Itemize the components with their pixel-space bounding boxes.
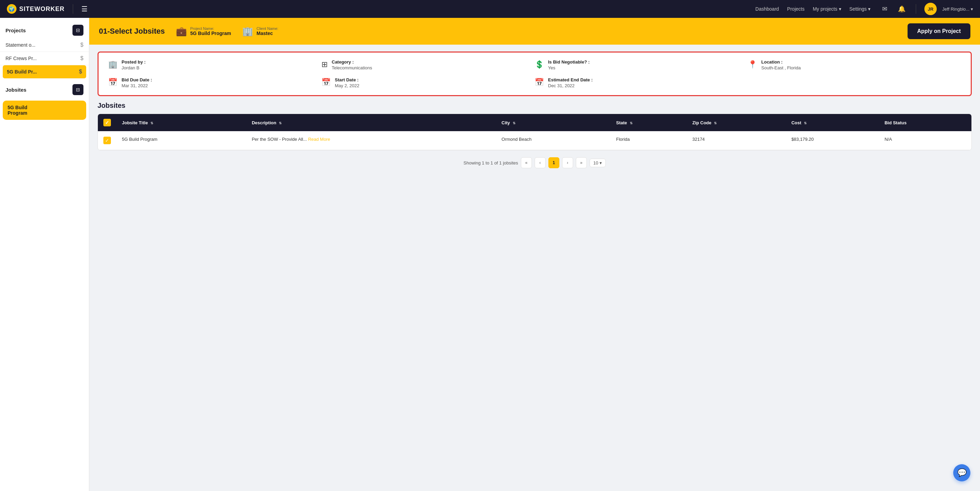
client-name-value: Mastec [256,30,278,36]
bid-negotiable-label: Is Bid Negotiable? : [548,59,590,65]
projects-section-title: Projects [5,27,26,33]
category-value: Telecommunications [332,65,372,70]
main-layout: Projects ⊟ Statement o... $ RF Crews Pr.… [0,18,980,491]
pagination-next-button[interactable]: › [562,157,573,168]
site-logo[interactable]: 🌍 SITEWORKER [7,4,65,14]
chevron-down-icon: ▾ [971,6,973,12]
username-label[interactable]: Jeff Ringblo... ▾ [942,6,973,12]
jobsites-table: ✓ Jobsite Title ⇅ Description ⇅ [98,114,971,150]
project-name-info: Project Name: 5G Build Program [190,27,231,36]
filter-icon: ⊟ [76,27,80,33]
main-content: 01-Select Jobsites 💼 Project Name: 5G Bu… [89,18,980,491]
pagination-prev-button[interactable]: ‹ [535,157,546,168]
nav-divider-2 [916,4,916,14]
logo-text: SITEWORKER [19,5,65,13]
jobsites-filter-button[interactable]: ⊟ [72,84,83,95]
pagination-page-1-button[interactable]: 1 [548,157,559,168]
location-pin-icon: 📍 [748,60,757,69]
start-date-label: Start Date : [335,77,360,83]
dollar-circle-icon: 💲 [535,60,544,69]
col-jobsite-title: Jobsite Title ⇅ [116,114,246,131]
sidebar-item-rf-crews[interactable]: RF Crews Pr... $ [0,52,89,65]
mail-button[interactable]: ✉ [879,3,890,15]
pagination-last-button[interactable]: » [576,157,587,168]
nav-settings[interactable]: Settings ▾ [847,5,873,13]
client-name-label: Client Name: [256,27,278,30]
jobsites-section-title: Jobsites [97,102,972,110]
info-end-date: 📅 Estimated End Date : Dec 31, 2022 [535,77,748,88]
nav-dashboard[interactable]: Dashboard [752,5,782,13]
building-icon: 🏢 [242,26,253,37]
apply-on-project-button[interactable]: Apply on Project [908,23,970,39]
calendar-icon: 📅 [535,78,544,87]
hamburger-icon[interactable]: ☰ [81,5,88,13]
spacer [0,79,89,83]
briefcase-icon: 💼 [176,26,187,37]
col-zip: Zip Code ⇅ [687,114,786,131]
col-state: State ⇅ [611,114,687,131]
avatar[interactable]: JR [924,3,937,15]
info-posted-by: 🏢 Posted by : Jordan B [108,59,321,70]
client-name-info: Client Name: Mastec [256,27,278,36]
nav-projects[interactable]: Projects [784,5,807,13]
pagination-first-button[interactable]: « [521,157,532,168]
jobsites-section-header: Jobsites ⊟ [0,83,89,98]
cell-zip: 32174 [687,131,786,150]
projects-filter-button[interactable]: ⊟ [72,25,83,36]
info-bid-due-date: 📅 Bid Due Date : Mar 31, 2022 [108,77,321,88]
project-name-group: 💼 Project Name: 5G Build Program [176,26,231,37]
bid-due-date-value: Mar 31, 2022 [122,83,152,88]
per-page-selector[interactable]: 10 ▾ [590,159,606,167]
jobsites-section-title: Jobsites [5,87,26,93]
page-header: 01-Select Jobsites 💼 Project Name: 5G Bu… [89,18,980,44]
sidebar-item-5g-build[interactable]: 5G Build Pr... $ [3,65,86,79]
per-page-value: 10 [593,160,598,165]
col-bid-status: Bid Status [879,114,971,131]
sort-icon[interactable]: ⇅ [279,121,282,125]
sidebar: Projects ⊟ Statement o... $ RF Crews Pr.… [0,18,89,491]
sort-icon[interactable]: ⇅ [714,121,717,125]
col-cost: Cost ⇅ [786,114,879,131]
cell-description: Per the SOW - Provide All... Read More [246,131,496,150]
calendar-icon: 📅 [321,78,331,87]
header-checkbox[interactable]: ✓ [103,119,111,126]
table-row: ✓ 5G Build Program Per the SOW - Provide… [98,131,971,150]
sort-icon[interactable]: ⇅ [513,121,515,125]
sort-icon[interactable]: ⇅ [804,121,807,125]
project-name-label: Project Name: [190,27,231,30]
end-date-label: Estimated End Date : [548,77,593,83]
info-location: 📍 Location : South-East , Florida [748,59,961,70]
start-date-value: May 2, 2022 [335,83,360,88]
col-city: City ⇅ [496,114,611,131]
posted-by-value: Jordan B [122,65,146,70]
cell-city: Ormond Beach [496,131,611,150]
sidebar-item-statement[interactable]: Statement o... $ [0,38,89,52]
page-title: 01-Select Jobsites [99,27,165,36]
projects-section-header: Projects ⊟ [0,23,89,38]
table-body: ✓ 5G Build Program Per the SOW - Provide… [98,131,971,150]
jobsites-section: Jobsites ✓ Jobsite Title ⇅ [97,102,972,175]
location-value: South-East , Florida [761,65,801,70]
read-more-link[interactable]: Read More [308,137,330,142]
nav-my-projects[interactable]: My projects ▾ [810,5,844,13]
cell-state: Florida [611,131,687,150]
sort-icon[interactable]: ⇅ [630,121,633,125]
chevron-down-icon: ▾ [839,6,841,12]
info-category: ⊞ Category : Telecommunications [321,59,535,70]
posted-by-label: Posted by : [122,59,146,65]
sort-icon[interactable]: ⇅ [150,121,153,125]
bid-due-date-label: Bid Due Date : [122,77,152,83]
end-date-value: Dec 31, 2022 [548,83,593,88]
info-start-date: 📅 Start Date : May 2, 2022 [321,77,535,88]
jobsites-table-wrapper: ✓ Jobsite Title ⇅ Description ⇅ [97,114,972,150]
row-checkbox[interactable]: ✓ [103,137,111,144]
jobsite-item-5g-build[interactable]: 5G BuildProgram [3,101,86,120]
bell-button[interactable]: 🔔 [896,3,908,15]
chat-icon: 💬 [957,468,967,477]
chat-button[interactable]: 💬 [953,464,970,481]
dollar-icon: $ [79,69,82,75]
category-label: Category : [332,59,372,65]
cell-jobsite-title: 5G Build Program [116,131,246,150]
chevron-down-icon: ▾ [868,6,870,12]
calendar-icon: 📅 [108,78,118,87]
